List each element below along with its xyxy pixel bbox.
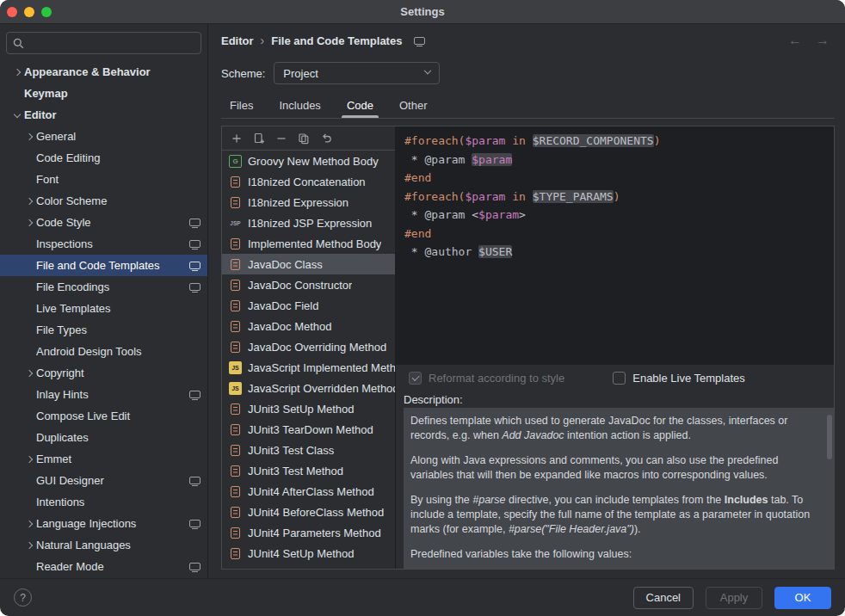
close-window-button[interactable] [7,7,17,17]
template-item-javadoc-method[interactable]: JavaDoc Method [222,316,395,336]
template-item-label: JavaDoc Method [248,320,332,333]
template-item-junit4-afterclass-method[interactable]: JUnit4 AfterClass Method [222,481,395,502]
template-list-column: GGroovy New Method BodyI18nized Concaten… [222,126,396,569]
sidebar-item-file-types[interactable]: File Types [0,319,207,341]
help-button[interactable]: ? [14,588,32,607]
chevron-down-icon[interactable] [10,114,24,117]
chevron-right-icon[interactable] [22,521,36,527]
template-item-i18nized-jsp-expression[interactable]: JSPI18nized JSP Expression [222,213,395,233]
template-item-javascript-implemented-method[interactable]: JSJavaScript Implemented Method [222,357,395,378]
sidebar-item-keymap[interactable]: Keymap [0,83,207,104]
tab-other[interactable]: Other [391,93,436,118]
sidebar-item-label: Color Scheme [36,194,200,207]
scheme-select[interactable]: Project [274,62,440,84]
sidebar-item-inspections[interactable]: Inspections [0,233,207,255]
apply-button[interactable]: Apply [706,587,762,609]
cancel-button[interactable]: Cancel [633,587,694,609]
chevron-right-icon[interactable] [22,457,36,462]
zoom-window-button[interactable] [41,7,52,17]
template-item-junit4-beforeclass-method[interactable]: JUnit4 BeforeClass Method [222,502,395,522]
template-item-junit3-setup-method[interactable]: JUnit3 SetUp Method [222,398,395,419]
template-item-groovy-new-method-body[interactable]: GGroovy New Method Body [222,151,395,171]
sidebar-item-language-injections[interactable]: Language Injections [0,513,207,534]
template-item-label: I18nized Expression [248,196,348,209]
template-item-junit4-setup-method[interactable]: JUnit4 SetUp Method [222,543,395,564]
sidebar-item-copyright[interactable]: Copyright [0,362,207,384]
template-item-label: Groovy New Method Body [248,155,379,168]
jsp-file-icon: JSP [229,217,242,230]
ok-button[interactable]: OK [774,587,831,609]
sidebar-item-code-editing[interactable]: Code Editing [0,147,207,169]
reset-template-button[interactable] [316,129,336,148]
template-editor[interactable]: #foreach($param in $RECORD_COMPONENTS) *… [396,126,834,365]
sidebar-item-label: Keymap [24,87,200,100]
sidebar-item-intentions[interactable]: Intentions [0,491,207,513]
template-item-junit3-test-method[interactable]: JUnit3 Test Method [222,460,395,481]
template-item-label: JUnit4 AfterClass Method [248,485,374,498]
sidebar-item-label: GUI Designer [36,474,184,487]
sidebar-item-duplicates[interactable]: Duplicates [0,427,207,448]
forward-button[interactable]: → [816,33,830,48]
enable-live-templates-checkbox[interactable]: Enable Live Templates [613,372,745,385]
sidebar-item-code-style[interactable]: Code Style [0,212,207,233]
template-file-icon [231,548,240,559]
chevron-right-icon[interactable] [22,134,36,139]
template-item-junit3-teardown-method[interactable]: JUnit3 TearDown Method [222,419,395,440]
sidebar-item-android-design-tools[interactable]: Android Design Tools [0,341,207,362]
template-item-i18nized-expression[interactable]: I18nized Expression [222,192,395,213]
settings-search-field[interactable] [6,32,201,54]
chevron-right-icon[interactable] [22,199,36,204]
description-scrollbar[interactable] [827,415,832,459]
chevron-right-icon[interactable] [10,70,24,75]
sidebar-item-general[interactable]: General [0,126,207,147]
template-item-implemented-method-body[interactable]: Implemented Method Body [222,233,395,254]
create-child-template-button[interactable] [249,129,268,148]
copy-template-button[interactable] [293,129,313,148]
sidebar-item-compose-live-edit[interactable]: Compose Live Edit [0,405,207,427]
sidebar-item-label: Copyright [36,367,200,379]
dialog-footer: ? Cancel Apply OK [0,578,845,616]
template-item-i18nized-concatenation[interactable]: I18nized Concatenation [222,171,395,192]
sidebar-item-editor[interactable]: Editor [0,104,207,126]
chevron-right-icon[interactable] [22,220,36,225]
template-item-label: JUnit4 BeforeClass Method [248,506,384,519]
sidebar-item-file-and-code-templates[interactable]: File and Code Templates [0,255,207,276]
template-item-junit3-test-class[interactable]: JUnit3 Test Class [222,440,395,460]
sidebar-item-natural-languages[interactable]: Natural Languages [0,534,207,556]
remove-template-button[interactable] [271,129,291,148]
sidebar-item-emmet[interactable]: Emmet [0,448,207,470]
template-item-javadoc-overriding-method[interactable]: JavaDoc Overriding Method [222,336,395,357]
tab-files[interactable]: Files [221,93,262,118]
sidebar-item-reader-mode[interactable]: Reader Mode [0,556,207,577]
tab-includes[interactable]: Includes [270,93,329,118]
template-item-javadoc-field[interactable]: JavaDoc Field [222,295,395,316]
tab-code[interactable]: Code [338,93,382,118]
reformat-label: Reformat according to style [429,372,564,385]
chevron-right-icon[interactable] [22,543,36,548]
template-item-junit4-parameters-method[interactable]: JUnit4 Parameters Method [222,522,395,543]
template-item-javadoc-class[interactable]: JavaDoc Class [222,254,395,274]
sidebar-item-label: Intentions [36,496,200,508]
template-list: GGroovy New Method BodyI18nized Concaten… [222,151,395,569]
search-input[interactable] [29,36,194,51]
breadcrumb-editor[interactable]: Editor [221,34,254,47]
sidebar-item-live-templates[interactable]: Live Templates [0,298,207,319]
breadcrumb-file-and-code-templates: File and Code Templates [271,34,402,47]
template-item-javadoc-constructor[interactable]: JavaDoc Constructor [222,274,395,295]
add-template-button[interactable] [226,129,246,148]
template-item-javascript-overridden-method[interactable]: JSJavaScript Overridden Method [222,378,395,398]
minimize-window-button[interactable] [24,7,34,17]
reformat-checkbox[interactable]: Reformat according to style [409,372,564,385]
sidebar-item-inlay-hints[interactable]: Inlay Hints [0,384,207,405]
back-button[interactable]: ← [788,33,802,48]
template-item-label: JUnit4 Parameters Method [248,527,381,539]
groovy-file-icon: G [229,155,242,168]
sidebar-item-color-scheme[interactable]: Color Scheme [0,190,207,212]
sidebar-item-font[interactable]: Font [0,169,207,190]
sidebar-item-gui-designer[interactable]: GUI Designer [0,470,207,491]
template-detail-column: #foreach($param in $RECORD_COMPONENTS) *… [396,126,834,569]
sidebar-item-appearance-behavior[interactable]: Appearance & Behavior [0,61,207,83]
js-file-icon: JS [229,361,242,374]
sidebar-item-file-encodings[interactable]: File Encodings [0,276,207,298]
chevron-right-icon[interactable] [22,371,36,376]
